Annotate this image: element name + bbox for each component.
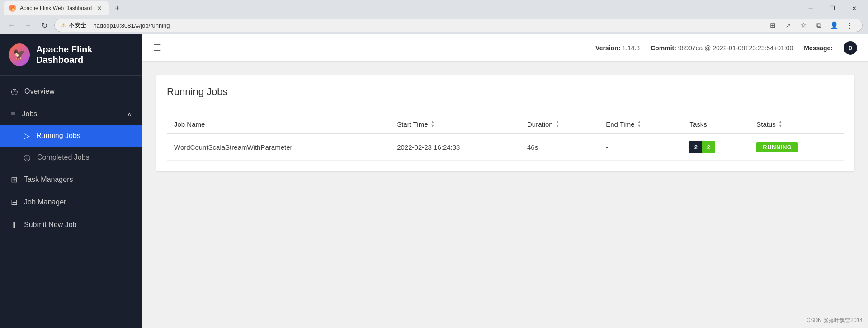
message-badge[interactable]: 0: [844, 41, 857, 55]
page-card: Running Jobs Job Name Start Time ▲▼: [156, 75, 854, 171]
extensions-icon[interactable]: ⧉: [812, 19, 825, 32]
version-label: Version:: [595, 44, 620, 52]
topbar: ☰ Version: 1.14.3 Commit: 98997ea @ 2022…: [142, 34, 868, 62]
security-warning-icon: ⚠: [61, 22, 66, 29]
col-header-status[interactable]: Status ▲▼: [749, 114, 844, 134]
cell-start-time: 2022-02-23 16:24:33: [390, 134, 520, 161]
sort-arrows-end-time: ▲▼: [637, 120, 642, 128]
sort-arrows-status: ▲▼: [778, 120, 783, 128]
restore-button[interactable]: ❒: [822, 1, 843, 15]
cell-duration: 46s: [520, 134, 599, 161]
sidebar-item-label-task-managers: Task Managers: [24, 176, 73, 184]
logo-text: Apache Flink Dashboard: [36, 44, 133, 65]
address-bar-icons: ⊞ ↗ ☆ ⧉ 👤 ⋮: [766, 19, 856, 32]
sidebar-item-label-jobs: Jobs: [22, 110, 38, 118]
sidebar-logo: 🦅 Apache Flink Dashboard: [0, 34, 142, 76]
reload-button[interactable]: ↻: [38, 19, 51, 32]
commit-label: Commit:: [651, 44, 676, 52]
task-badge-dark: 2: [689, 141, 702, 153]
cell-end-time: -: [599, 134, 682, 161]
address-url: hadoop10:8081/#/job/running: [93, 22, 170, 29]
jobs-arrow-icon: ∧: [127, 110, 132, 118]
table-row[interactable]: WordCountScalaStreamWithParameter 2022-0…: [167, 134, 844, 161]
running-jobs-icon: ▷: [24, 131, 30, 141]
cell-job-name: WordCountScalaStreamWithParameter: [167, 134, 390, 161]
cell-tasks: 2 2: [682, 134, 749, 161]
message-info: Message:: [804, 44, 833, 52]
task-managers-icon: ⊞: [11, 175, 18, 185]
version-info: Version: 1.14.3: [595, 44, 640, 52]
col-header-start-time[interactable]: Start Time ▲▼: [390, 114, 520, 134]
share-icon[interactable]: ↗: [782, 19, 794, 32]
address-bar[interactable]: ⚠ 不安全 | hadoop10:8081/#/job/running ⊞ ↗ …: [54, 19, 863, 32]
translate-icon[interactable]: ⊞: [766, 19, 779, 32]
back-button[interactable]: ←: [5, 19, 18, 32]
page-title: Running Jobs: [167, 86, 844, 105]
job-manager-icon: ⊟: [11, 197, 18, 207]
jobs-table: Job Name Start Time ▲▼ Duration: [167, 114, 844, 161]
topbar-right: Version: 1.14.3 Commit: 98997ea @ 2022-0…: [595, 41, 857, 55]
profile-icon[interactable]: 👤: [828, 19, 840, 32]
sidebar-item-label-overview: Overview: [24, 87, 55, 95]
window-controls: ─ ❒ ✕: [800, 1, 864, 15]
browser-tab[interactable]: 🔥 Apache Flink Web Dashboard ✕: [4, 1, 109, 15]
tab-title: Apache Flink Web Dashboard: [20, 5, 92, 11]
status-badge: RUNNING: [756, 142, 798, 152]
sidebar-item-running-jobs[interactable]: ▷ Running Jobs: [0, 125, 142, 147]
col-header-job-name: Job Name: [167, 114, 390, 134]
topbar-left: ☰: [153, 43, 161, 53]
watermark: CSDN @落叶飘雪2014: [807, 317, 863, 324]
forward-button[interactable]: →: [22, 19, 34, 32]
content-area: Running Jobs Job Name Start Time ▲▼: [142, 62, 868, 328]
sidebar-item-label-running-jobs: Running Jobs: [36, 132, 80, 140]
sidebar-nav: ◷ Overview ≡ Jobs ∧ ▷ Running Jobs ◎ Com…: [0, 76, 142, 328]
topbar-menu-icon[interactable]: ☰: [153, 43, 161, 53]
new-tab-button[interactable]: +: [111, 2, 123, 14]
browser-addressbar: ← → ↻ ⚠ 不安全 | hadoop10:8081/#/job/runnin…: [0, 16, 868, 34]
sidebar-item-submit-new-job[interactable]: ⬆ Submit New Job: [0, 214, 142, 236]
bookmark-icon[interactable]: ☆: [797, 19, 810, 32]
overview-icon: ◷: [11, 86, 18, 96]
sidebar: 🦅 Apache Flink Dashboard ◷ Overview ≡ Jo…: [0, 34, 142, 328]
minimize-button[interactable]: ─: [800, 1, 821, 15]
tasks-cell: 2 2: [689, 141, 742, 153]
sidebar-item-task-managers[interactable]: ⊞ Task Managers: [0, 168, 142, 191]
col-header-duration[interactable]: Duration ▲▼: [520, 114, 599, 134]
tab-close-button[interactable]: ✕: [95, 4, 104, 12]
sidebar-item-label-completed-jobs: Completed Jobs: [37, 153, 90, 162]
sidebar-item-completed-jobs[interactable]: ◎ Completed Jobs: [0, 147, 142, 168]
sidebar-item-job-manager[interactable]: ⊟ Job Manager: [0, 191, 142, 214]
version-value: 1.14.3: [622, 44, 640, 52]
sidebar-item-label-job-manager: Job Manager: [24, 198, 66, 206]
sidebar-item-overview[interactable]: ◷ Overview: [0, 80, 142, 103]
commit-value: 98997ea @ 2022-01-08T23:23:54+01:00: [678, 44, 793, 52]
app-container: 🦅 Apache Flink Dashboard ◷ Overview ≡ Jo…: [0, 34, 868, 328]
submit-job-icon: ⬆: [11, 220, 18, 230]
main-content: ☰ Version: 1.14.3 Commit: 98997ea @ 2022…: [142, 34, 868, 328]
col-header-tasks: Tasks: [682, 114, 749, 134]
close-button[interactable]: ✕: [844, 1, 864, 15]
commit-info: Commit: 98997ea @ 2022-01-08T23:23:54+01…: [651, 44, 793, 52]
tab-favicon: 🔥: [9, 5, 16, 12]
jobs-icon: ≡: [11, 109, 16, 119]
task-badge-green: 2: [702, 141, 715, 153]
sidebar-item-jobs[interactable]: ≡ Jobs ∧: [0, 103, 142, 125]
cell-status: RUNNING: [749, 134, 844, 161]
browser-titlebar: 🔥 Apache Flink Web Dashboard ✕ + ─ ❒ ✕: [0, 0, 868, 16]
table-header: Job Name Start Time ▲▼ Duration: [167, 114, 844, 134]
message-label: Message:: [804, 44, 833, 52]
completed-jobs-icon: ◎: [24, 152, 31, 162]
table-body: WordCountScalaStreamWithParameter 2022-0…: [167, 134, 844, 161]
address-warning-text: 不安全: [69, 21, 86, 29]
logo-icon: 🦅: [9, 43, 30, 66]
sidebar-item-label-submit-new-job: Submit New Job: [24, 221, 77, 229]
col-header-end-time[interactable]: End Time ▲▼: [599, 114, 682, 134]
menu-icon[interactable]: ⋮: [843, 19, 856, 32]
sort-arrows-duration: ▲▼: [556, 120, 560, 128]
browser-chrome: 🔥 Apache Flink Web Dashboard ✕ + ─ ❒ ✕ ←…: [0, 0, 868, 34]
sort-arrows-start-time: ▲▼: [431, 120, 435, 128]
address-separator: |: [89, 22, 90, 29]
